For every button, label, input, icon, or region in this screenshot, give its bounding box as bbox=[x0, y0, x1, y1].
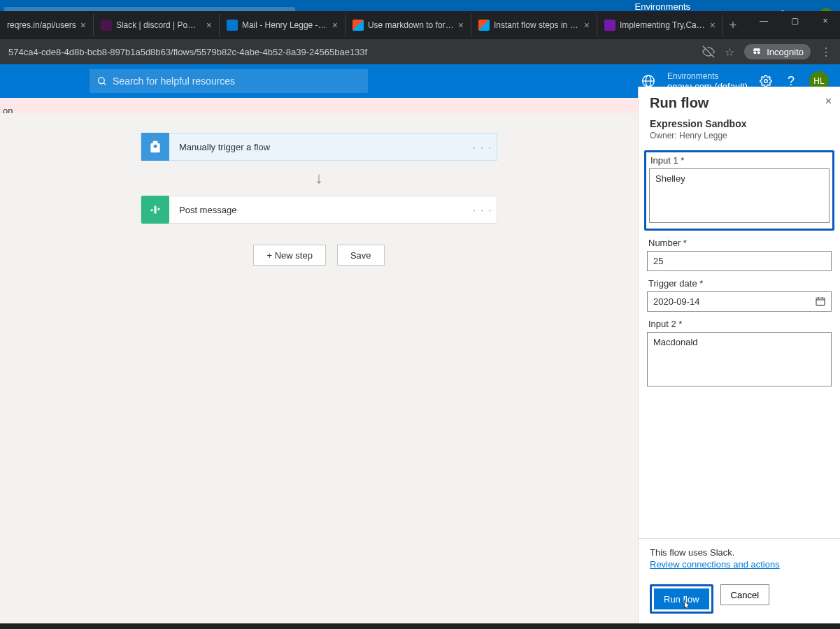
run-flow-panel: Run flow × Expression Sandbox Owner: Hen… bbox=[638, 87, 840, 623]
ms-favicon-icon bbox=[353, 20, 364, 31]
web-favicon-icon bbox=[604, 20, 615, 31]
close-icon[interactable]: × bbox=[80, 20, 86, 31]
tab-4[interactable]: Instant flow steps in busin × bbox=[471, 14, 597, 36]
close-icon[interactable]: × bbox=[458, 20, 464, 31]
browser-tabs: reqres.in/api/users × Slack | discord | … bbox=[0, 11, 840, 39]
trigger-menu[interactable]: · · · bbox=[469, 142, 497, 152]
search-input[interactable] bbox=[113, 75, 361, 87]
footer-note: This flow uses Slack. bbox=[650, 547, 829, 558]
close-icon[interactable]: × bbox=[332, 20, 338, 31]
help-icon[interactable]: ? bbox=[784, 74, 798, 88]
trigger-card[interactable]: Manually trigger a flow · · · bbox=[141, 133, 497, 161]
input2-field[interactable]: <span></span> bbox=[647, 332, 832, 386]
save-button[interactable]: Save bbox=[337, 245, 385, 266]
panel-title: Run flow bbox=[650, 95, 829, 111]
tab-5[interactable]: Implementing Try,Catch an × bbox=[597, 14, 723, 36]
incognito-icon bbox=[751, 46, 762, 57]
number-field[interactable] bbox=[647, 251, 832, 271]
taskbar bbox=[0, 623, 840, 629]
url-text[interactable]: 574ca4-cde8-4d8b-bcb8-897b1a5d8b63/flows… bbox=[8, 47, 695, 57]
slack-favicon-icon bbox=[101, 20, 112, 31]
tab-3[interactable]: Use markdown to format P × bbox=[346, 14, 471, 36]
ms-favicon-icon bbox=[478, 20, 490, 31]
review-connections-link[interactable]: Review connections and actions bbox=[650, 559, 780, 570]
cancel-button[interactable]: Cancel bbox=[720, 584, 769, 605]
input2-label: Input 2 * bbox=[648, 319, 830, 329]
date-field[interactable] bbox=[647, 291, 832, 312]
flow-name: Expression Sandbox bbox=[639, 115, 840, 129]
run-button-highlight: Run flow bbox=[650, 584, 713, 614]
window-minimize[interactable]: — bbox=[749, 11, 778, 31]
flow-owner: Owner: Henry Legge bbox=[639, 129, 840, 147]
browser-menu-icon[interactable]: ⋮ bbox=[820, 45, 832, 59]
window-close[interactable]: × bbox=[811, 11, 840, 31]
new-step-button[interactable]: + New step bbox=[253, 245, 325, 266]
panel-footer: This flow uses Slack. Review connections… bbox=[639, 538, 840, 623]
input1-highlight: Input 1 * bbox=[644, 150, 834, 231]
underlying-environments-label: Environments bbox=[635, 1, 690, 12]
date-label: Trigger date * bbox=[648, 278, 830, 289]
search-icon bbox=[97, 75, 107, 87]
close-icon[interactable]: × bbox=[584, 20, 590, 31]
action-menu[interactable]: · · · bbox=[469, 205, 497, 215]
close-icon[interactable]: × bbox=[206, 20, 212, 31]
calendar-icon[interactable] bbox=[815, 296, 826, 307]
arrow-down-icon: ↓ bbox=[315, 169, 323, 187]
close-icon[interactable]: × bbox=[825, 95, 832, 108]
trigger-title: Manually trigger a flow bbox=[169, 142, 469, 152]
star-icon[interactable]: ☆ bbox=[725, 45, 734, 59]
search-box[interactable] bbox=[90, 69, 368, 93]
svg-point-7 bbox=[757, 51, 760, 54]
run-flow-button[interactable]: Run flow bbox=[654, 588, 709, 609]
tab-1[interactable]: Slack | discord | Power Aut × bbox=[94, 14, 220, 36]
svg-rect-15 bbox=[816, 298, 825, 305]
flow-canvas: Manually trigger a flow · · · ↓ Post mes… bbox=[0, 113, 638, 623]
incognito-badge: Incognito bbox=[744, 44, 811, 59]
new-tab-button[interactable]: + bbox=[723, 15, 743, 35]
svg-line-9 bbox=[104, 83, 106, 85]
input1-field[interactable] bbox=[649, 168, 830, 223]
env-label: Environments bbox=[667, 71, 748, 81]
svg-point-6 bbox=[754, 51, 757, 54]
svg-point-8 bbox=[99, 78, 105, 84]
action-title: Post message bbox=[169, 205, 469, 215]
tab-0[interactable]: reqres.in/api/users × bbox=[0, 14, 94, 36]
slack-icon bbox=[141, 196, 169, 224]
svg-point-13 bbox=[764, 80, 768, 83]
svg-point-14 bbox=[154, 145, 156, 147]
address-bar: 574ca4-cde8-4d8b-bcb8-897b1a5d8b63/flows… bbox=[0, 39, 840, 64]
tab-2[interactable]: Mail - Henry Legge - Outl × bbox=[220, 14, 346, 36]
gear-icon[interactable] bbox=[759, 74, 773, 88]
close-icon[interactable]: × bbox=[710, 20, 716, 31]
trigger-icon bbox=[141, 133, 169, 161]
window-maximize[interactable]: ▢ bbox=[780, 11, 809, 31]
outlook-favicon-icon bbox=[227, 20, 238, 31]
input1-label: Input 1 * bbox=[650, 155, 828, 166]
action-card[interactable]: Post message · · · bbox=[141, 196, 497, 224]
number-label: Number * bbox=[648, 238, 830, 248]
eye-off-icon[interactable] bbox=[702, 45, 715, 58]
